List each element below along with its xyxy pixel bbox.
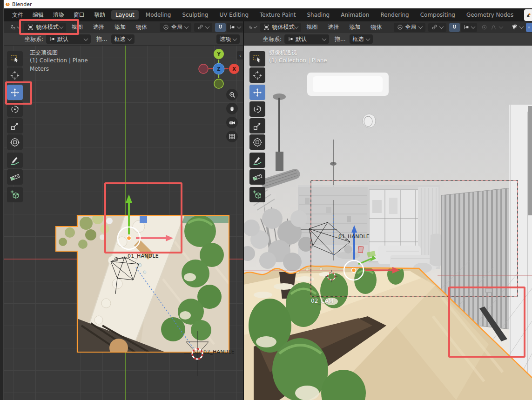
menu-select[interactable]: 选择 xyxy=(328,23,339,31)
tool-scale[interactable] xyxy=(249,118,265,133)
select-box-icon xyxy=(10,54,20,64)
transform-coord-icon xyxy=(288,36,293,42)
options-label: 选项 xyxy=(220,35,231,43)
tab-shading[interactable]: Shading xyxy=(303,10,334,20)
orientation-label: 全局 xyxy=(171,23,182,31)
menu-add[interactable]: 添加 xyxy=(114,23,126,31)
falloff-dropdown[interactable] xyxy=(489,23,504,32)
measure-icon xyxy=(252,172,263,182)
hand-icon xyxy=(229,105,236,112)
tool-cursor[interactable] xyxy=(249,67,265,83)
tool-move[interactable] xyxy=(7,85,23,100)
menu-view[interactable]: 视图 xyxy=(72,23,83,31)
snap-toggle[interactable] xyxy=(449,23,460,32)
camera-view-button[interactable] xyxy=(226,117,238,128)
pan-nav-button[interactable] xyxy=(226,103,238,114)
y-axis-line xyxy=(125,45,126,400)
axis-neg-y-ball[interactable] xyxy=(214,79,223,88)
axis-neg-x-ball[interactable] xyxy=(199,64,208,73)
tool-scale[interactable] xyxy=(7,118,23,133)
menu-item-window[interactable]: 窗口 xyxy=(74,11,85,19)
move-icon xyxy=(10,87,20,98)
tool-transform[interactable] xyxy=(249,134,265,150)
tab-animation[interactable]: Animation xyxy=(337,10,373,20)
menu-select[interactable]: 选择 xyxy=(93,23,104,31)
orientation-icon xyxy=(163,24,169,30)
select-box-dropdown[interactable]: 框选 xyxy=(350,34,373,44)
coord-dropdown[interactable]: 默认 xyxy=(284,34,329,44)
gizmo-visibility-dropdown[interactable] xyxy=(509,23,525,32)
options-dropdown[interactable]: 选项 xyxy=(216,34,240,44)
window-titlebar[interactable]: Blender xyxy=(0,0,532,9)
tab-modeling[interactable]: Modeling xyxy=(141,10,175,20)
add-cube-icon xyxy=(252,190,263,200)
overlays-toggle[interactable] xyxy=(526,23,532,32)
tool-annotate[interactable] xyxy=(7,153,23,168)
orientation-label: 全局 xyxy=(405,23,417,31)
tab-sculpting[interactable]: Sculpting xyxy=(178,10,212,20)
orientation-dropdown[interactable]: 全局 xyxy=(160,23,191,32)
tool-transform[interactable] xyxy=(7,134,23,150)
left-viewport-header: 物体模式 视图 选择 添加 物体 全局 xyxy=(3,21,243,33)
tab-rendering[interactable]: Rendering xyxy=(376,10,413,20)
scene-icon xyxy=(525,12,532,19)
x-axis-line xyxy=(3,259,244,260)
pivot-icon xyxy=(197,24,203,30)
menu-item-file[interactable]: 文件 xyxy=(12,11,23,19)
editor-type-icon[interactable] xyxy=(249,23,252,31)
snap-with-dropdown[interactable] xyxy=(227,23,243,32)
snap-with-dropdown[interactable] xyxy=(461,23,477,32)
snap-to-icon xyxy=(463,24,469,30)
viewport-divider[interactable] xyxy=(243,21,244,400)
zoom-nav-button[interactable] xyxy=(226,89,238,100)
scale-icon xyxy=(252,121,263,131)
select-box-dropdown[interactable]: 框选 xyxy=(111,34,135,44)
mode-dropdown[interactable]: 物体模式 xyxy=(260,23,301,32)
tool-rotate[interactable] xyxy=(249,101,265,117)
snap-toggle[interactable] xyxy=(215,23,226,32)
tab-texture-paint[interactable]: Texture Paint xyxy=(256,10,300,20)
tool-select-box[interactable] xyxy=(249,51,265,67)
scene-icon-button[interactable] xyxy=(524,9,532,21)
ortho-toggle-button[interactable] xyxy=(226,131,238,142)
add-cube-icon xyxy=(10,190,20,200)
left-viewport-canvas[interactable] xyxy=(3,45,244,400)
object-mode-icon xyxy=(27,24,34,30)
tool-measure[interactable] xyxy=(249,169,265,185)
menu-add[interactable]: 添加 xyxy=(350,23,361,31)
tool-cursor[interactable] xyxy=(7,67,23,83)
pivot-dropdown[interactable] xyxy=(428,23,446,32)
menu-item-render[interactable]: 渲染 xyxy=(53,11,64,19)
menu-object[interactable]: 物体 xyxy=(371,23,382,31)
window-edge-strip xyxy=(0,0,4,400)
tab-geometry-nodes[interactable]: Geometry Nodes xyxy=(462,10,518,20)
select-box-label: 框选 xyxy=(353,35,364,43)
tab-uv-editing[interactable]: UV Editing xyxy=(215,10,253,20)
tab-layout[interactable]: Layout xyxy=(111,10,139,20)
editor-type-icon[interactable] xyxy=(10,23,15,31)
menu-item-help[interactable]: 帮助 xyxy=(94,11,105,19)
menu-object[interactable]: 物体 xyxy=(136,23,147,31)
transform-icon xyxy=(10,137,20,147)
coord-dropdown[interactable]: 默认 xyxy=(46,34,91,44)
tool-annotate[interactable] xyxy=(249,153,265,168)
orientation-dropdown[interactable]: 全局 xyxy=(394,23,425,32)
scale-icon xyxy=(10,121,20,131)
snap-to-icon xyxy=(229,24,235,30)
tool-select-box[interactable] xyxy=(7,51,23,67)
tool-add-cube[interactable] xyxy=(249,187,265,202)
menu-view[interactable]: 视图 xyxy=(307,23,318,31)
tool-measure[interactable] xyxy=(7,169,23,185)
tab-compositing[interactable]: Compositing xyxy=(416,10,459,20)
proportional-edit-toggle[interactable] xyxy=(480,23,489,32)
pivot-dropdown[interactable] xyxy=(194,23,212,32)
grid-icon xyxy=(229,133,236,140)
tool-rotate[interactable] xyxy=(7,101,23,117)
tool-move[interactable] xyxy=(249,85,265,100)
tool-add-cube[interactable] xyxy=(7,187,23,202)
sidebar-collapse-arrow[interactable]: ‹ xyxy=(237,51,243,60)
annotate-icon xyxy=(252,155,263,166)
right-viewport-canvas[interactable] xyxy=(244,45,532,400)
menu-item-edit[interactable]: 编辑 xyxy=(33,11,44,19)
mode-dropdown[interactable]: 物体模式 xyxy=(24,23,66,32)
